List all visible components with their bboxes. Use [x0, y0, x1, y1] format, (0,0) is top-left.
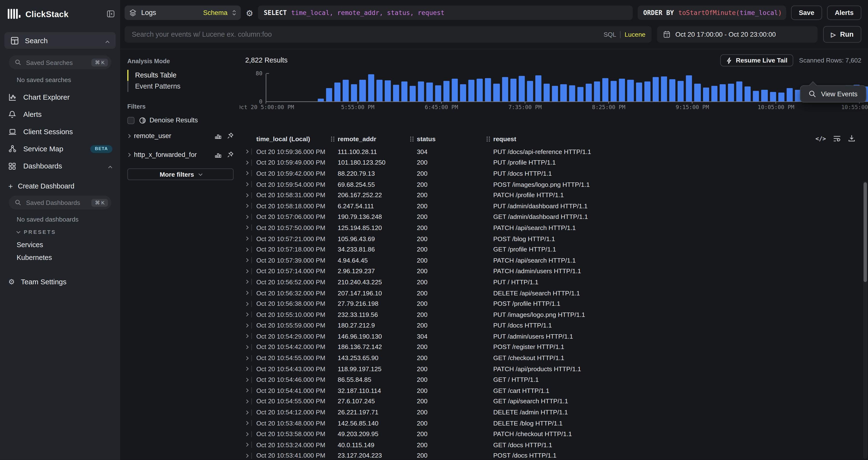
save-button[interactable]: Save — [791, 5, 822, 20]
time-range-picker[interactable]: 1 Oct 20 17:00:00 - Oct 20 23:00:00 — [657, 26, 817, 43]
histogram-bar[interactable] — [577, 87, 584, 102]
row-expander[interactable] — [245, 355, 256, 361]
column-header-remote-addr[interactable]: remote_addr — [338, 136, 417, 143]
row-expander[interactable] — [245, 344, 256, 350]
histogram-bar[interactable] — [510, 79, 517, 102]
histogram-bar[interactable] — [544, 84, 550, 102]
histogram-bar[interactable] — [762, 90, 768, 102]
histogram-bar[interactable] — [703, 88, 709, 102]
histogram-bar[interactable] — [368, 74, 374, 102]
scrollbar-thumb[interactable] — [864, 182, 867, 282]
histogram-bar[interactable] — [652, 77, 659, 102]
row-expander[interactable] — [245, 420, 256, 426]
row-expander[interactable] — [245, 149, 256, 155]
row-expander[interactable] — [245, 431, 256, 437]
table-row[interactable]: Oct 20 10:57:21.000 PM 105.96.43.69 200 … — [240, 233, 868, 244]
more-filters-button[interactable]: More filters — [127, 169, 234, 180]
table-row[interactable]: Oct 20 10:56:52.000 PM 210.240.43.225 20… — [240, 277, 868, 287]
run-button[interactable]: ▷ Run — [823, 26, 861, 43]
team-settings-button[interactable]: ⚙ Team Settings — [8, 278, 120, 286]
table-row[interactable]: Oct 20 10:53:48.000 PM 142.56.85.140 200… — [240, 418, 868, 429]
histogram-bar[interactable] — [376, 80, 382, 102]
row-expander[interactable] — [245, 225, 256, 231]
histogram-bar[interactable] — [602, 78, 609, 102]
download-icon[interactable] — [848, 135, 855, 142]
table-row[interactable]: Oct 20 10:54:55.000 PM 27.6.107.245 200 … — [240, 396, 868, 407]
histogram-bar[interactable] — [594, 81, 600, 102]
table-row[interactable]: Oct 20 10:54:41.000 PM 32.187.110.114 20… — [240, 385, 868, 396]
table-row[interactable]: Oct 20 10:59:54.000 PM 69.68.254.55 200 … — [240, 179, 868, 190]
row-expander[interactable] — [245, 247, 256, 253]
histogram-bar[interactable] — [778, 92, 784, 102]
table-row[interactable]: Oct 20 10:57:06.000 PM 190.79.136.248 20… — [240, 211, 868, 222]
histogram-bar[interactable] — [535, 75, 541, 102]
table-row[interactable]: Oct 20 10:53:24.000 PM 40.0.115.149 200 … — [240, 439, 868, 450]
table-row[interactable]: Oct 20 10:54:42.000 PM 186.136.72.142 20… — [240, 342, 868, 353]
row-expander[interactable] — [245, 387, 256, 394]
event-search-input[interactable] — [131, 30, 598, 39]
preset-item-services[interactable]: Services — [17, 238, 120, 251]
table-row[interactable]: Oct 20 10:54:12.000 PM 26.221.197.71 200… — [240, 407, 868, 418]
pin-icon[interactable] — [227, 151, 234, 158]
histogram-bar[interactable] — [460, 84, 466, 102]
table-row[interactable]: Oct 20 10:57:39.000 PM 4.94.64.45 200 PA… — [240, 255, 868, 266]
resume-live-tail-button[interactable]: Resume Live Tail — [720, 54, 794, 67]
query-settings-gear-icon[interactable]: ⚙ — [246, 9, 253, 17]
row-expander[interactable] — [245, 268, 256, 274]
column-header-status[interactable]: status — [417, 136, 493, 143]
event-search-box[interactable]: SQL Lucene — [125, 26, 652, 43]
table-row[interactable]: Oct 20 10:54:43.000 PM 118.99.197.125 20… — [240, 364, 868, 374]
table-row[interactable]: Oct 20 10:54:55.000 PM 143.253.65.90 200… — [240, 353, 868, 364]
histogram-bar[interactable] — [452, 79, 458, 102]
table-row[interactable]: Oct 20 10:56:32.000 PM 207.147.196.10 20… — [240, 287, 868, 298]
histogram-bar[interactable] — [427, 82, 433, 102]
histogram-bar[interactable] — [678, 81, 684, 102]
row-expander[interactable] — [245, 181, 256, 187]
lucene-toggle[interactable]: Lucene — [624, 31, 646, 38]
histogram-bar[interactable] — [552, 86, 558, 102]
view-events-tooltip[interactable]: View Events — [800, 85, 866, 103]
histogram-bar[interactable] — [494, 84, 500, 102]
row-expander[interactable] — [245, 377, 256, 383]
table-row[interactable]: Oct 20 10:59:42.000 PM 88.220.79.13 200 … — [240, 168, 868, 179]
histogram-bar[interactable] — [519, 76, 525, 102]
table-row[interactable]: Oct 20 10:57:50.000 PM 125.194.85.120 20… — [240, 222, 868, 233]
row-expander[interactable] — [245, 170, 256, 176]
vertical-scrollbar[interactable] — [863, 181, 867, 459]
drag-handle-icon[interactable] — [486, 136, 490, 143]
histogram-bar[interactable] — [468, 80, 474, 102]
histogram-bar[interactable] — [745, 86, 751, 102]
column-header-time-local[interactable]: time_local (Local) — [256, 136, 338, 143]
filter-field-remote-user[interactable]: remote_user — [127, 128, 234, 143]
row-expander[interactable] — [245, 333, 256, 339]
table-row[interactable]: Oct 20 10:59:36.000 PM 111.100.28.11 304… — [240, 146, 868, 157]
histogram-bar[interactable] — [686, 75, 692, 102]
bar-chart-icon[interactable] — [215, 151, 222, 158]
histogram-bar[interactable] — [418, 81, 424, 102]
denoise-checkbox[interactable] — [127, 117, 134, 124]
row-expander[interactable] — [245, 235, 256, 241]
table-row[interactable]: Oct 20 10:54:46.000 PM 86.55.84.85 200 G… — [240, 374, 868, 385]
histogram-bar[interactable] — [786, 88, 793, 102]
row-expander[interactable] — [245, 192, 256, 198]
histogram-bar[interactable] — [527, 81, 533, 102]
histogram-bar[interactable] — [770, 92, 776, 102]
histogram-bar[interactable] — [669, 79, 676, 102]
row-expander[interactable] — [245, 366, 256, 372]
histogram-bar[interactable] — [317, 99, 324, 102]
row-expander[interactable] — [245, 312, 256, 318]
histogram-bar[interactable] — [711, 86, 717, 102]
histogram-bar[interactable] — [343, 80, 349, 102]
histogram-bar[interactable] — [334, 82, 341, 102]
column-header-request[interactable]: request — [493, 136, 868, 143]
histogram-bar[interactable] — [719, 84, 726, 102]
histogram-bar[interactable] — [351, 84, 357, 102]
table-row[interactable]: Oct 20 10:56:38.000 PM 27.79.216.198 200… — [240, 298, 868, 309]
select-clause-input[interactable]: SELECT time_local, remote_addr, status, … — [258, 5, 633, 20]
mode-results-table[interactable]: Results Table — [127, 70, 234, 81]
row-expander[interactable] — [245, 290, 256, 296]
row-expander[interactable] — [245, 442, 256, 448]
sidebar-item-service-map[interactable]: Service Map BETA — [0, 140, 120, 157]
chevron-up-icon[interactable] — [107, 36, 110, 45]
table-row[interactable]: Oct 20 10:59:49.000 PM 101.180.123.250 2… — [240, 157, 868, 168]
